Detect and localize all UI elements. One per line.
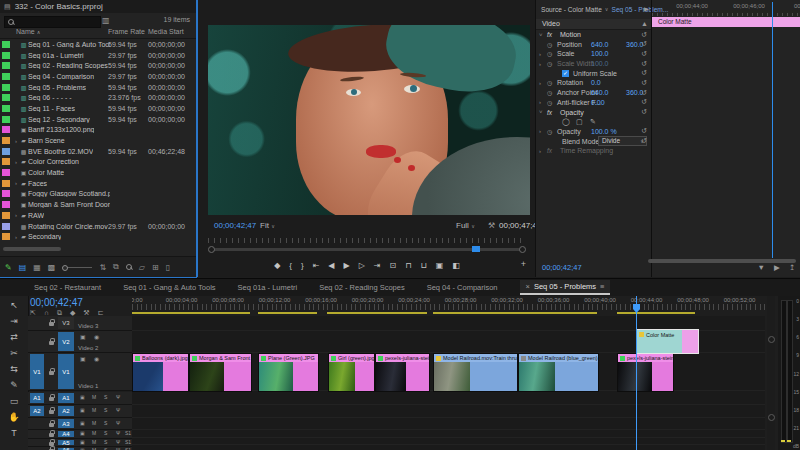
effect-row-opacity[interactable]: ˅fxOpacity↺ xyxy=(536,107,651,117)
track-target-button[interactable]: A5 xyxy=(58,440,74,445)
uniform-scale-checkbox[interactable]: ✓ xyxy=(562,70,569,77)
icon-view-button[interactable]: ▦ xyxy=(33,263,41,272)
voiceover-record-icon[interactable]: Ψ xyxy=(116,420,120,426)
label-chip[interactable] xyxy=(2,201,10,208)
item-name[interactable]: Seq 11 - Faces xyxy=(28,105,75,112)
column-media-start[interactable]: Media Start xyxy=(148,28,184,35)
find-button[interactable] xyxy=(126,263,132,272)
sync-lock-icon[interactable]: ▣ xyxy=(80,394,85,400)
label-chip[interactable] xyxy=(2,126,10,133)
item-name[interactable]: Seq 01a - Lumetri xyxy=(28,52,84,59)
source-patch[interactable]: V1 xyxy=(30,354,44,389)
effect-row-blend-mode[interactable]: Blend ModeDivide∨↺ xyxy=(536,136,651,146)
item-name[interactable]: Seq 12 - Secondary xyxy=(28,116,90,123)
go-to-in-button[interactable]: ⇤ xyxy=(313,261,320,270)
step-back-button[interactable]: ◀ xyxy=(328,261,334,270)
reset-icon[interactable]: ↺ xyxy=(641,137,647,145)
filter-properties-icon[interactable]: ▼ xyxy=(757,263,764,272)
column-name[interactable]: Name ∧ xyxy=(16,28,40,35)
toggle-track-output-icon[interactable]: ◉ xyxy=(94,355,99,362)
track-lane[interactable] xyxy=(132,418,765,430)
close-icon[interactable]: × xyxy=(526,282,530,291)
audio-track-header-a2[interactable]: A2A2▣MSΨ xyxy=(28,405,132,418)
new-bin-button[interactable]: ▱ xyxy=(139,263,145,272)
label-chip[interactable] xyxy=(2,84,10,91)
timeline-clip[interactable]: pexels-juliana-stein- xyxy=(617,353,674,392)
effect-controls-playhead[interactable] xyxy=(772,2,773,258)
list-item[interactable]: ›▰Secondary xyxy=(0,231,196,242)
track-target-button[interactable]: A3 xyxy=(58,419,74,428)
list-item[interactable]: ›▰Barn Scene xyxy=(0,135,196,146)
list-item[interactable]: ▥Seq 12 - Secondary59.94 fps00;00;00;00 xyxy=(0,114,196,125)
playhead-timecode[interactable]: 00;00;42;47 xyxy=(542,263,582,272)
voiceover-record-icon[interactable]: Ψ xyxy=(116,430,120,436)
voiceover-record-icon[interactable]: Ψ xyxy=(116,394,120,400)
pen-tool[interactable]: ✎ xyxy=(10,380,18,390)
track-lane[interactable] xyxy=(132,405,765,418)
step-forward-button[interactable]: ▷ xyxy=(359,261,365,270)
list-item[interactable]: ›▰RAW xyxy=(0,210,196,221)
audio-track-header-a4[interactable]: A4▣MSΨS1 xyxy=(28,430,132,439)
zoom-level-select[interactable]: Fit ∨ xyxy=(260,221,275,230)
search-input[interactable] xyxy=(4,16,101,28)
reset-icon[interactable]: ↺ xyxy=(641,60,647,68)
ellipse-mask-icon[interactable]: ◯ xyxy=(562,118,570,126)
item-name[interactable]: Faces xyxy=(28,180,47,187)
list-item[interactable]: ▥Seq 05 - Problems59.94 fps00;00;00;00 xyxy=(0,82,196,93)
label-chip[interactable] xyxy=(2,233,10,240)
item-name[interactable]: Banff 2133x1200.png xyxy=(28,126,94,133)
lock-icon[interactable] xyxy=(49,423,54,427)
track-target-button[interactable]: V2 xyxy=(58,332,74,351)
twirl-icon[interactable]: › xyxy=(539,148,541,154)
lock-icon[interactable] xyxy=(49,371,54,375)
list-item[interactable]: ▥Seq 01a - Lumetri29.97 fps00;00;00;00 xyxy=(0,50,196,61)
project-panel-header[interactable]: ▤ 332 - Color Basics.prproj xyxy=(0,0,197,13)
item-name[interactable]: Barn Scene xyxy=(28,137,65,144)
item-name[interactable]: Color Matte xyxy=(28,169,64,176)
solo-button[interactable]: S xyxy=(104,394,107,400)
monitor-scrubber[interactable] xyxy=(208,246,526,252)
audio-track-header-a5[interactable]: A5▣MSΨS1 xyxy=(28,439,132,447)
track-target-button[interactable]: V3 xyxy=(58,317,74,329)
reset-icon[interactable]: ↺ xyxy=(641,40,647,48)
twirl-icon[interactable]: ˅ xyxy=(539,32,543,38)
column-frame-rate[interactable]: Frame Rate xyxy=(108,28,145,35)
sync-lock-icon[interactable]: ▣ xyxy=(80,407,85,413)
effect-row-rotation[interactable]: ›◷Rotation0.0↺ xyxy=(536,78,651,88)
label-chip[interactable] xyxy=(2,73,10,80)
reset-icon[interactable]: ↺ xyxy=(641,98,647,106)
solo-button[interactable]: S xyxy=(104,430,107,436)
list-item[interactable]: ▥Seq 02 - Reading Scopes59.94 fps00;00;0… xyxy=(0,60,196,71)
stopwatch-icon[interactable]: ◷ xyxy=(547,79,552,86)
voiceover-record-icon[interactable]: Ψ xyxy=(116,407,120,413)
list-item[interactable]: ▣Morgan & Sam Front Door 0 xyxy=(0,199,196,210)
sync-lock-icon[interactable]: ▣ xyxy=(80,355,86,362)
track-target-button[interactable]: A1 xyxy=(58,393,74,403)
twirl-icon[interactable]: › xyxy=(539,61,541,67)
list-item[interactable]: ▥Seq 01 - Gang & Auto Tools59.94 fps00;0… xyxy=(0,39,196,50)
effect-row-scale[interactable]: ›◷Scale100.0↺ xyxy=(536,49,651,59)
lock-icon[interactable] xyxy=(49,410,54,414)
lock-icon[interactable] xyxy=(49,397,54,401)
ripple-edit-tool[interactable]: ⇄ xyxy=(10,332,18,342)
item-name[interactable]: Color Correction xyxy=(28,158,79,165)
track-select-tool[interactable]: ⇥ xyxy=(10,316,18,326)
item-name[interactable]: BVE Booths 02.MOV xyxy=(28,148,93,155)
tab-seq-04-comparison[interactable]: Seq 04 - Comparison xyxy=(427,283,498,292)
sync-lock-icon[interactable]: ▣ xyxy=(80,333,86,340)
freeform-view-button[interactable]: ▩ xyxy=(48,263,56,272)
scroll-knob[interactable] xyxy=(768,414,775,421)
track-target-button[interactable]: A4 xyxy=(58,431,74,437)
twirl-icon[interactable]: ˅ xyxy=(539,109,543,115)
add-marker-button[interactable]: ◆ xyxy=(274,261,280,270)
timeline-ruler[interactable]: 00;0000;00;04;0000;00;08;0000;00;12;0000… xyxy=(132,296,765,317)
source-patch[interactable]: A2 xyxy=(30,406,44,416)
track-lane[interactable] xyxy=(132,392,765,405)
item-name[interactable]: Rotating Color Circle.mov xyxy=(28,223,108,230)
mark-out-button[interactable]: } xyxy=(301,261,304,270)
label-chip[interactable] xyxy=(2,158,10,165)
label-chip[interactable] xyxy=(2,180,10,187)
zoom-handle-left[interactable] xyxy=(208,246,215,253)
automate-to-sequence-button[interactable]: ⧉ xyxy=(113,262,119,272)
scrubber-playhead[interactable] xyxy=(472,246,480,252)
